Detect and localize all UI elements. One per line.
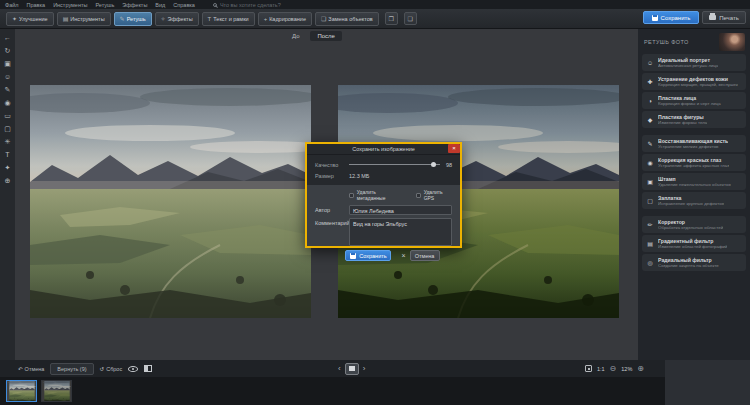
magic-icon[interactable]: ✦ <box>1 162 14 174</box>
portrait-icon[interactable]: ☺ <box>1 71 14 83</box>
after-tab[interactable]: После <box>310 31 342 41</box>
photo-before[interactable] <box>30 85 311 318</box>
item-subtitle: Коррекция формы и черт лица <box>658 101 721 106</box>
menu-effects[interactable]: Эффекты <box>122 2 147 8</box>
menu-tools[interactable]: Инструменты <box>53 2 87 8</box>
dialog-save-button[interactable]: Сохранить <box>345 250 391 261</box>
tab-label: Текст и рамки <box>213 16 248 22</box>
before-tab[interactable]: До <box>285 31 306 41</box>
corrector-icon: ✏ <box>646 221 654 228</box>
paste-settings-button[interactable]: ❑ <box>404 12 417 25</box>
filmstrip-icon <box>349 366 355 371</box>
tab-label: Ретушь <box>127 16 146 22</box>
fit-screen-icon[interactable] <box>585 365 592 372</box>
sidebar-item-radial-filter[interactable]: ◎ Радиальный фильтр Создание акцента на … <box>642 254 746 271</box>
zoom-icon[interactable]: ⊕ <box>1 175 14 187</box>
crop-icon[interactable]: ▣ <box>1 58 14 70</box>
sidebar-item-stamp[interactable]: ▣ Штамп Удаление нежелательных объектов <box>642 173 746 190</box>
zoom-out-icon[interactable]: ⊖ <box>610 365 617 373</box>
sidebar-item-patch[interactable]: ▢ Заплатка Исправление крупных дефектов <box>642 192 746 209</box>
print-button[interactable]: Печать <box>702 11 746 24</box>
menu-search[interactable]: Что вы хотите сделать? <box>213 2 281 8</box>
menu-retouch[interactable]: Ретушь <box>95 2 114 8</box>
tab-object-removal[interactable]: ❏ Замена объектов <box>315 12 379 26</box>
back-icon[interactable]: ← <box>1 32 14 44</box>
remove-gps-checkbox[interactable]: Удалить GPS <box>416 189 452 201</box>
save-image-dialog: Сохранить изображение × Качество 98 Разм… <box>305 142 462 248</box>
stamp-icon: ▣ <box>646 178 654 185</box>
undo-icon: ↶ <box>18 366 23 372</box>
copy-settings-button[interactable]: ❐ <box>385 12 398 25</box>
dialog-title-bar[interactable]: Сохранить изображение × <box>307 144 460 155</box>
redo-button[interactable]: Вернуть (9) <box>50 363 93 375</box>
tab-label: Инструменты <box>70 16 104 22</box>
tab-crop[interactable]: + Кадрирование <box>258 12 312 26</box>
compare-view-icon[interactable] <box>144 365 152 372</box>
reset-icon: ↺ <box>100 366 105 372</box>
dialog-meta-section: Удалить метаданные Удалить GPS Автор Юли… <box>307 185 460 246</box>
comment-field[interactable]: Вид на горы Эльбрус <box>349 218 452 246</box>
close-icon[interactable]: × <box>448 144 460 153</box>
red-eye-icon: ◉ <box>646 159 654 166</box>
item-subtitle: Исправление крупных дефектов <box>658 201 724 206</box>
dialog-cancel-button[interactable]: × Отмена <box>401 250 439 261</box>
save-button[interactable]: Сохранить <box>643 11 699 24</box>
skin-icon: ✚ <box>646 78 654 85</box>
tab-label: Эффекты <box>168 16 193 22</box>
cancel-label: Отмена <box>410 250 440 261</box>
slider-handle[interactable] <box>431 162 436 167</box>
menu-help[interactable]: Справка <box>173 2 195 8</box>
text-icon[interactable]: T <box>1 149 14 161</box>
sidebar-item-gradient-filter[interactable]: ▤ Градиентный фильтр Изменение областей … <box>642 235 746 252</box>
red-eye-icon[interactable]: ◉ <box>1 97 14 109</box>
healing-brush-icon: ✎ <box>646 140 654 147</box>
save-label: Сохранить <box>661 15 691 21</box>
filmstrip-bar <box>0 377 665 405</box>
brush-icon: ✎ <box>120 15 125 22</box>
rotate-icon[interactable]: ↻ <box>1 45 14 57</box>
filmstrip-thumbnail[interactable] <box>41 380 72 402</box>
tab-enhance[interactable]: ✦ Улучшение <box>6 12 54 26</box>
sidebar-item-healing-brush[interactable]: ✎ Восстанавливающая кисть Устранение мел… <box>642 135 746 152</box>
undo-label: Отмена <box>25 366 45 372</box>
tab-tools[interactable]: ▤ Инструменты <box>57 12 111 26</box>
sidebar-item-corrector[interactable]: ✏ Корректор Обработка отдельных областей <box>642 216 746 233</box>
author-field[interactable]: Юлия Лебедева <box>349 205 452 215</box>
adjust-icon[interactable]: ✳ <box>1 136 14 148</box>
actual-size-button[interactable]: 1:1 <box>597 366 605 372</box>
object-icon: ❏ <box>321 15 326 22</box>
sidebar-item-body-sculpt[interactable]: ◆ Пластика фигуры Изменение формы тела <box>642 111 746 128</box>
remove-metadata-checkbox[interactable]: Удалить метаданные <box>349 189 402 201</box>
photo-editor-window: Файл Правка Инструменты Ретушь Эффекты В… <box>0 0 750 405</box>
next-image-button[interactable]: › <box>363 364 366 373</box>
undo-button[interactable]: ↶ Отмена <box>18 366 44 372</box>
text-icon: T <box>208 16 212 22</box>
menu-bar: Файл Правка Инструменты Ретушь Эффекты В… <box>0 0 750 9</box>
reset-button[interactable]: ↺ Сброс <box>100 366 123 372</box>
menu-edit[interactable]: Правка <box>27 2 46 8</box>
sidebar-item-face-sculpt[interactable]: ◑ Пластика лица Коррекция формы и черт л… <box>642 92 746 109</box>
brush-icon[interactable]: ✎ <box>1 84 14 96</box>
show-original-eye-icon[interactable] <box>128 366 138 372</box>
stamp-icon[interactable]: ▭ <box>1 110 14 122</box>
tab-retouch[interactable]: ✎ Ретушь <box>114 12 152 26</box>
sidebar-item-perfect-portrait[interactable]: ☺ Идеальный портрет Автоматическая ретуш… <box>642 54 746 71</box>
author-label: Автор <box>315 205 349 215</box>
menu-file[interactable]: Файл <box>5 2 19 8</box>
bottom-right-panel <box>665 360 750 405</box>
tab-effects[interactable]: ✧ Эффекты <box>155 12 199 26</box>
zoom-in-icon[interactable]: ⊕ <box>637 365 644 373</box>
filmstrip-thumbnail-current[interactable] <box>6 380 37 402</box>
menu-view[interactable]: Вид <box>155 2 165 8</box>
search-placeholder: Что вы хотите сделать? <box>220 2 281 8</box>
patch-icon[interactable]: ▢ <box>1 123 14 135</box>
quality-label: Качество <box>315 162 349 168</box>
sidebar-item-red-eye[interactable]: ◉ Коррекция красных глаз Устранение эффе… <box>642 154 746 171</box>
prev-image-button[interactable]: ‹ <box>338 364 341 373</box>
tab-text-frames[interactable]: T Текст и рамки <box>202 12 255 26</box>
filmstrip-toggle-button[interactable] <box>345 363 359 375</box>
checkbox-label: Удалить метаданные <box>357 189 402 201</box>
sidebar-item-skin-defects[interactable]: ✚ Устранение дефектов кожи Коррекция мор… <box>642 73 746 90</box>
slider-track <box>349 164 440 165</box>
quality-slider[interactable] <box>349 162 440 167</box>
